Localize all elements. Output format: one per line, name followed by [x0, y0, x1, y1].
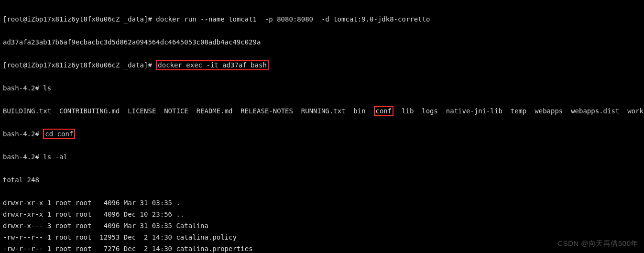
cmd-ls-al: ls -al [43, 153, 67, 161]
line-ls-al: bash-4.2# ls -al [3, 151, 641, 163]
ls-item: temp [511, 107, 527, 115]
ls-item: BUILDING.txt [3, 107, 51, 115]
prompt-bash: bash-4.2# [3, 130, 39, 138]
prompt-host: [root@iZbp17x81iz6yt8fx0u06cZ _data]# [3, 61, 152, 69]
cmd-docker-run: docker run --name tomcat1 -p 8080:8080 -… [156, 15, 430, 23]
ls-item: logs [422, 107, 438, 115]
ls-item: native-jni-lib [446, 107, 502, 115]
ls-item: webapps [535, 107, 563, 115]
line-docker-run: [root@iZbp17x81iz6yt8fx0u06cZ _data]# do… [3, 13, 641, 25]
ls-item: README.md [196, 107, 233, 115]
ls-item: CONTRIBUTING.md [59, 107, 120, 115]
ls-al-row: drwxr-xr-x 1 root root 4096 Mar 31 03:35… [3, 197, 641, 209]
file-name: catalina.policy [176, 233, 236, 241]
ls-item: webapps.dist [571, 107, 619, 115]
line-container-id: ad37afa23ab17b6af9ecbacbc3d5d862a094564d… [3, 36, 641, 48]
line-cd-conf: bash-4.2# cd conf [3, 128, 641, 140]
prompt-bash: bash-4.2# [3, 84, 39, 92]
ls-item: RELEASE-NOTES [240, 107, 293, 115]
line-ls: bash-4.2# ls [3, 82, 641, 94]
highlight-docker-exec: docker exec -it ad37af bash [156, 60, 269, 70]
ls-item: RUNNING.txt [301, 107, 346, 115]
ls-item: lib [402, 107, 414, 115]
file-name: . [176, 199, 180, 207]
ls-item: LICENSE [128, 107, 156, 115]
file-name: .. [176, 210, 184, 218]
line-total: total 248 [3, 174, 641, 186]
terminal-output[interactable]: [root@iZbp17x81iz6yt8fx0u06cZ _data]# do… [0, 0, 644, 253]
line-ls-output: BUILDING.txt CONTRIBUTING.md LICENSE NOT… [3, 105, 641, 117]
ls-al-row: -rw-r--r-- 1 root root 12953 Dec 2 14:30… [3, 231, 641, 243]
file-name: Catalina [176, 222, 208, 230]
ls-item: NOTICE [164, 107, 188, 115]
ls-item: bin [353, 107, 365, 115]
prompt-host: [root@iZbp17x81iz6yt8fx0u06cZ _data]# [3, 15, 152, 23]
cmd-ls: ls [43, 84, 51, 92]
ls-al-row: drwxr-xr-x 1 root root 4096 Dec 10 23:56… [3, 209, 641, 220]
ls-al-row: drwxr-x--- 3 root root 4096 Mar 31 03:35… [3, 220, 641, 231]
highlight-cd-conf: cd conf [43, 129, 75, 139]
ls-al-row: -rw-r--r-- 1 root root 7276 Dec 2 14:30 … [3, 243, 641, 253]
highlight-conf-dir: conf [374, 106, 394, 116]
line-docker-exec: [root@iZbp17x81iz6yt8fx0u06cZ _data]# do… [3, 59, 641, 71]
ls-item: work [627, 107, 644, 115]
file-name: catalina.properties [176, 245, 252, 253]
prompt-bash: bash-4.2# [3, 153, 39, 161]
watermark-text: CSDN @向天再借500年 [557, 238, 638, 249]
